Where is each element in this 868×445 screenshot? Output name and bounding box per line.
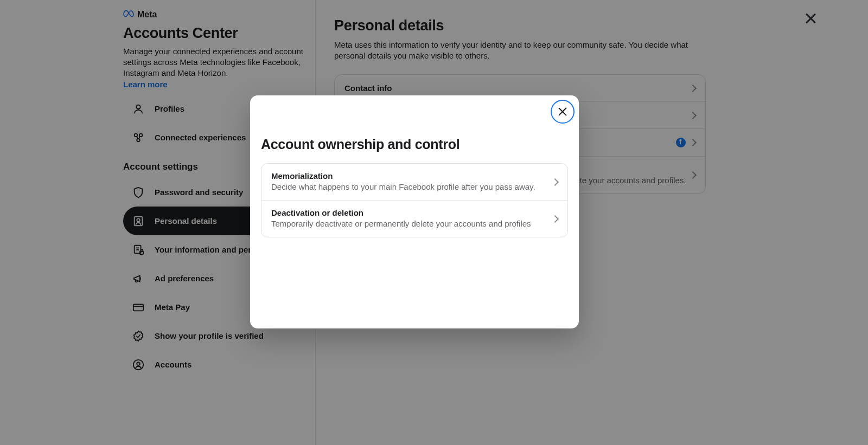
modal-title: Account ownership and control bbox=[261, 137, 568, 152]
close-icon bbox=[806, 14, 815, 23]
account-ownership-modal: Account ownership and control Memorializ… bbox=[250, 95, 579, 328]
modal-row-memorialization[interactable]: Memorialization Decide what happens to y… bbox=[261, 164, 567, 201]
modal-close-button[interactable] bbox=[551, 100, 575, 124]
modal-row-subtitle: Temporarily deactivate or permanently de… bbox=[271, 218, 547, 229]
modal-row-title: Deactivation or deletion bbox=[271, 208, 547, 217]
chevron-right-icon bbox=[551, 215, 559, 222]
modal-row-title: Memorialization bbox=[271, 171, 547, 180]
modal-options-card: Memorialization Decide what happens to y… bbox=[261, 163, 568, 237]
modal-row-subtitle: Decide what happens to your main Faceboo… bbox=[271, 182, 547, 192]
close-icon bbox=[558, 107, 567, 117]
chevron-right-icon bbox=[551, 178, 559, 185]
modal-row-deactivation[interactable]: Deactivation or deletion Temporarily dea… bbox=[261, 201, 567, 237]
page-close-button[interactable] bbox=[802, 10, 819, 27]
